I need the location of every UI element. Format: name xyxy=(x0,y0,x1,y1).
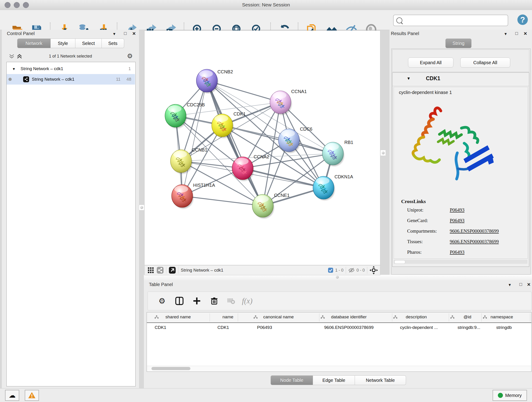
table-settings-gear-icon[interactable]: ⚙ xyxy=(156,295,168,307)
search-input[interactable] xyxy=(404,18,508,23)
gear-icon[interactable]: ⚙ xyxy=(127,52,133,60)
node-table: shared namenamecanonical namedatabase id… xyxy=(147,312,532,372)
crosslink-link[interactable]: 9606.ENSP00000378699 xyxy=(450,239,499,245)
delete-table-icon[interactable] xyxy=(225,295,237,307)
warning-button[interactable] xyxy=(25,390,39,401)
edge-CCNB2-HIST1H1A[interactable] xyxy=(182,81,207,196)
results-scrollbar[interactable] xyxy=(394,260,527,264)
node-RB1[interactable] xyxy=(322,142,344,166)
column-header-canonical-name[interactable]: canonical name xyxy=(263,314,294,319)
column-header-name[interactable]: name xyxy=(222,314,234,319)
selected-checkbox-icon[interactable] xyxy=(328,268,333,273)
memory-status-icon xyxy=(498,393,503,398)
tab-sets[interactable]: Sets xyxy=(102,38,124,48)
shared-column-icon xyxy=(321,315,325,320)
right-splitter-handle[interactable] xyxy=(380,150,386,156)
node-label-CCNA2: CCNA2 xyxy=(254,154,269,159)
node-HIST1H1A[interactable] xyxy=(172,185,193,209)
gene-section-header[interactable]: ▼ CDK1 xyxy=(393,73,529,86)
horizontal-splitter[interactable] xyxy=(144,275,532,280)
tab-network[interactable]: Network xyxy=(17,38,51,48)
table-cell: stringdb xyxy=(496,325,512,330)
results-panel-tabs: String xyxy=(445,38,472,48)
edge-HIST1H1A-CCNE1[interactable] xyxy=(182,196,263,206)
network-canvas[interactable]: CCNB2CCNA1CDC25BCDK1CDC6RB1CCNB1CCNA2CDK… xyxy=(144,31,380,265)
node-CCNA1[interactable] xyxy=(270,91,292,115)
column-header-description[interactable]: description xyxy=(406,314,427,319)
left-splitter-handle[interactable] xyxy=(139,205,144,211)
column-divider[interactable] xyxy=(392,313,392,322)
gene-expander-icon[interactable]: ▼ xyxy=(407,76,411,81)
crosslink-link[interactable]: P06493 xyxy=(450,207,464,213)
results-panel-close-icon[interactable]: ✕ xyxy=(524,31,527,36)
fit-content-icon[interactable] xyxy=(370,266,378,274)
column-header-namespace[interactable]: namespace xyxy=(491,314,513,319)
shared-column-icon xyxy=(155,315,158,320)
control-panel-title: Control Panel xyxy=(7,31,35,36)
network-collection-row[interactable]: ▼ String Network – cdk1 1 xyxy=(7,64,135,74)
function-builder-icon[interactable]: f(x) xyxy=(241,295,253,307)
network-view-icon[interactable] xyxy=(157,267,164,274)
table-panel-collapse-icon[interactable]: ▾ xyxy=(509,282,511,287)
gene-name: CDK1 xyxy=(426,75,440,82)
collapse-all-button[interactable]: Collapse All xyxy=(460,57,510,68)
add-column-icon[interactable] xyxy=(191,295,203,307)
crosslink-link[interactable]: P06493 xyxy=(450,218,464,223)
crosslinks-title: CrossLinks xyxy=(401,198,426,204)
table-cell: P06493 xyxy=(257,325,272,330)
column-header-shared-name[interactable]: shared name xyxy=(165,314,191,319)
node-CCNE1[interactable] xyxy=(252,194,274,218)
hidden-eye-icon[interactable] xyxy=(348,267,355,274)
cloud-button[interactable]: ☁ xyxy=(5,390,19,401)
node-label-CDKN1A: CDKN1A xyxy=(335,174,353,179)
column-header-@id[interactable]: @id xyxy=(463,314,471,319)
control-panel-float-icon[interactable]: □ xyxy=(124,31,127,36)
node-CDKN1A[interactable] xyxy=(313,176,335,200)
expand-all-button[interactable]: Expand All xyxy=(408,57,453,68)
open-external-icon[interactable] xyxy=(169,267,176,274)
column-divider[interactable] xyxy=(481,313,481,322)
control-panel-tabs: NetworkStyleSelectSets xyxy=(17,38,124,48)
network-view-toolbar: String Network – cdk1 1 - 0 0 - 0 xyxy=(144,265,380,275)
table-scrollbar[interactable] xyxy=(147,366,531,371)
node-CDK1[interactable] xyxy=(212,114,234,138)
column-header-database-identifier[interactable]: database identifier xyxy=(331,314,367,319)
network-row-selected[interactable]: String Network – cdk1 11 48 xyxy=(7,74,135,85)
control-panel-close-icon[interactable]: ✕ xyxy=(132,31,136,36)
tree-expander-icon[interactable]: ▼ xyxy=(12,67,16,71)
table-cell: stringdb:9... xyxy=(457,325,480,330)
crosslink-label: Tissues: xyxy=(407,239,423,245)
tab-style[interactable]: Style xyxy=(51,38,75,48)
expand-collapse-box: Expand All Collapse All xyxy=(392,50,529,72)
network-tree: ▼ String Network – cdk1 1 String Network… xyxy=(6,62,136,386)
table-panel-float-icon[interactable]: □ xyxy=(519,282,522,287)
node-CCNB2[interactable] xyxy=(196,69,218,93)
tab-node-table[interactable]: Node Table xyxy=(271,375,313,385)
node-CDC25B[interactable] xyxy=(165,104,187,128)
node-label-CDC6: CDC6 xyxy=(300,127,312,132)
column-divider[interactable] xyxy=(210,313,210,322)
results-panel-collapse-icon[interactable]: ▾ xyxy=(505,31,507,36)
grid-view-icon[interactable] xyxy=(147,267,154,274)
help-button[interactable]: ? xyxy=(517,14,529,27)
selected-count: 1 - 0 xyxy=(335,268,343,273)
column-divider[interactable] xyxy=(530,313,530,322)
crosslink-link[interactable]: 9606.ENSP00000378699 xyxy=(450,228,499,234)
tab-string[interactable]: String xyxy=(445,38,472,48)
results-panel-float-icon[interactable]: □ xyxy=(515,31,518,36)
control-panel-collapse-icon[interactable]: ▾ xyxy=(113,31,115,36)
show-columns-icon[interactable] xyxy=(173,295,185,307)
tab-network-table[interactable]: Network Table xyxy=(355,375,406,385)
column-divider[interactable] xyxy=(319,313,319,322)
crosslink-link[interactable]: P06493 xyxy=(450,249,464,255)
tab-select[interactable]: Select xyxy=(75,38,102,48)
memory-button[interactable]: Memory xyxy=(493,390,527,401)
help-icon: ? xyxy=(517,14,529,26)
tab-edge-table[interactable]: Edge Table xyxy=(313,375,355,385)
table-panel-close-icon[interactable]: ✕ xyxy=(527,282,531,287)
edge-CCNB2-CCNE1[interactable] xyxy=(207,81,263,206)
table-cell: 9606.ENSP00000378699 xyxy=(324,325,374,330)
delete-column-icon[interactable] xyxy=(208,295,220,307)
column-divider[interactable] xyxy=(449,313,449,322)
column-divider[interactable] xyxy=(238,313,238,322)
